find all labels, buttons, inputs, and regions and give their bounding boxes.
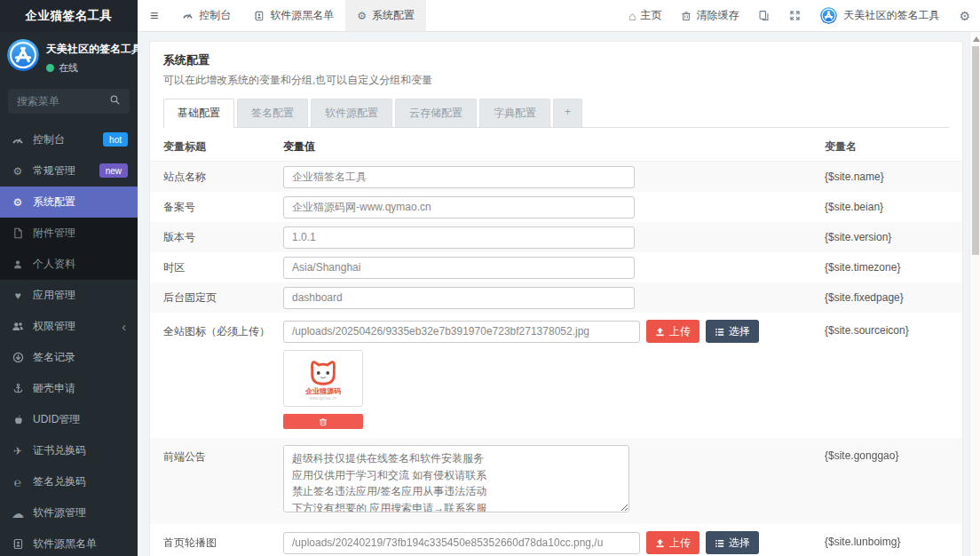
- sidebar-item-profile[interactable]: 个人资料: [0, 249, 138, 280]
- sidebar: 企业猫签名工具 天美社区的签名工具 在线 控制台 hot ⚙: [0, 0, 138, 556]
- delete-preview-button[interactable]: [283, 414, 363, 429]
- choose-button[interactable]: 选择: [706, 531, 759, 554]
- chevron-left-icon: ‹: [122, 321, 126, 333]
- sidebar-item-general[interactable]: ⚙ 常规管理 new: [0, 155, 138, 187]
- sidebar-item-source-blacklist[interactable]: 软件源黑名单: [0, 528, 138, 556]
- scroll-up-arrow[interactable]: [973, 36, 980, 42]
- vertical-scrollbar[interactable]: [969, 32, 980, 556]
- row-label: 前端公告: [150, 445, 283, 465]
- sidebar-item-label: UDID管理: [33, 412, 80, 427]
- tab-cloud-storage-config[interactable]: 云存储配置: [395, 99, 477, 127]
- row-varname: {$site.name}: [825, 171, 962, 183]
- trash-icon: [681, 11, 692, 21]
- gear-icon: ⚙: [357, 10, 367, 22]
- upload-button[interactable]: 上传: [646, 531, 699, 554]
- sidebar-item-label: 签名兑换码: [33, 474, 86, 489]
- user-menu[interactable]: 天美社区的签名工具: [810, 0, 949, 31]
- navbar-username: 天美社区的签名工具: [843, 8, 939, 23]
- sidebar-item-cert-codes[interactable]: ✈ 证书兑换码: [0, 435, 138, 466]
- tab-dict-config[interactable]: 字典配置: [479, 99, 550, 127]
- site-icon-preview[interactable]: 企业猫源码 www.qymao.cn: [283, 350, 363, 407]
- sidebar-item-sign-records[interactable]: 签名记录: [0, 342, 138, 373]
- upload-label: 上传: [669, 536, 691, 551]
- choose-label: 选择: [729, 536, 750, 551]
- sidebar-item-attachments[interactable]: 附件管理: [0, 218, 138, 249]
- arrow-circle-down-icon: [11, 352, 25, 363]
- cloud-icon: ☁: [11, 506, 25, 520]
- row-varname: {$site.lunboimg}: [825, 531, 962, 548]
- tab-basic-config[interactable]: 基础配置: [163, 99, 234, 128]
- navtab-source-blacklist[interactable]: 软件源黑名单: [242, 0, 345, 31]
- sidebar-item-label: 砸壳申请: [33, 381, 75, 396]
- version-input[interactable]: [283, 226, 635, 249]
- row-label: 全站图标（必须上传）: [150, 320, 283, 339]
- logo-text: 企业猫源码: [305, 388, 341, 396]
- navtab-label: 控制台: [199, 8, 231, 23]
- choose-button[interactable]: 选择: [706, 320, 759, 343]
- upload-icon: [655, 537, 665, 548]
- user-name: 天美社区的签名工具: [46, 42, 142, 57]
- table-row-carousel: 首页轮播图 上传 选择: [150, 524, 962, 556]
- sidebar-item-dump-request[interactable]: 砸壳申请: [0, 373, 138, 404]
- hot-badge: hot: [103, 132, 128, 147]
- sidebar-item-label: 控制台: [33, 132, 65, 147]
- beian-input[interactable]: [283, 196, 635, 218]
- apple-icon: [11, 414, 25, 425]
- dashboard-icon: [182, 10, 194, 21]
- fixedpage-input[interactable]: [283, 287, 635, 309]
- sidebar-item-apps[interactable]: ♥ 应用管理: [0, 280, 138, 311]
- sidebar-item-sign-codes[interactable]: ℮ 签名兑换码: [0, 466, 138, 497]
- e-sign-icon: ℮: [11, 475, 25, 489]
- table-row-site-icon: 全站图标（必须上传） 上传 选择: [150, 313, 962, 438]
- site-name-input[interactable]: [283, 166, 635, 188]
- sidebar-item-system-config[interactable]: ⚙ 系统配置: [0, 187, 138, 218]
- user-avatar: [820, 7, 837, 24]
- row-varname: {$site.sourceicon}: [825, 320, 962, 337]
- navtab-dashboard[interactable]: 控制台: [170, 0, 242, 31]
- gears-icon: ⚙: [11, 165, 25, 178]
- user-avatar[interactable]: [7, 39, 39, 71]
- settings-button[interactable]: ⚙: [949, 0, 980, 31]
- system-config-card: 系统配置 可以在此增改系统的变量和分组,也可以自定义分组和变量 基础配置 签名配…: [149, 41, 963, 556]
- site-icon-path-input[interactable]: [283, 321, 640, 343]
- announcement-textarea[interactable]: 超级科技仅提供在线签名和软件安装服务 应用仅供用于学习和交流 如有侵权请联系 禁…: [283, 445, 629, 512]
- card-header: 系统配置 可以在此增改系统的变量和分组,也可以自定义分组和变量 基础配置 签名配…: [150, 42, 962, 128]
- upload-button[interactable]: 上传: [646, 320, 699, 343]
- row-varname: {$site.gonggao}: [825, 445, 962, 462]
- list-icon: [715, 538, 724, 548]
- sidebar-item-label: 签名记录: [33, 350, 75, 365]
- clipboard-icon: [758, 10, 770, 21]
- sidebar-menu: 控制台 hot ⚙ 常规管理 new ⚙ 系统配置 附件管理 个人资料 ♥: [0, 124, 138, 556]
- scrollbar-thumb[interactable]: [972, 46, 979, 255]
- sidebar-item-udid[interactable]: UDID管理: [0, 404, 138, 435]
- sidebar-item-source-mgmt[interactable]: ☁ 软件源管理: [0, 497, 138, 528]
- sidebar-item-permissions[interactable]: 权限管理 ‹: [0, 311, 138, 342]
- home-label: 主页: [640, 8, 661, 23]
- online-dot-icon: [46, 64, 54, 72]
- tab-source-config[interactable]: 软件源配置: [311, 99, 392, 127]
- sidebar-item-dashboard[interactable]: 控制台 hot: [0, 124, 138, 155]
- clear-cache-button[interactable]: 清除缓存: [671, 0, 748, 31]
- add-tab-button[interactable]: +: [553, 99, 582, 127]
- fullscreen-button[interactable]: [779, 0, 810, 31]
- config-table: 变量标题 变量值 变量名 站点名称 {$site.name} 备案号 {$sit…: [150, 133, 962, 556]
- home-button[interactable]: ⌂ 主页: [619, 0, 671, 31]
- anchor-icon: [11, 383, 25, 394]
- logo-subtext: www.qymao.cn: [310, 396, 336, 401]
- row-label: 时区: [150, 260, 283, 275]
- user-icon: [11, 259, 25, 270]
- table-header-row: 变量标题 变量值 变量名: [150, 133, 962, 162]
- col-header-value: 变量值: [283, 139, 825, 155]
- timezone-input[interactable]: [283, 257, 635, 279]
- navtab-system-config[interactable]: ⚙ 系统配置: [345, 0, 426, 31]
- search-icon[interactable]: [110, 95, 122, 107]
- sidebar-item-label: 应用管理: [33, 288, 75, 303]
- copy-button[interactable]: [748, 0, 779, 31]
- carousel-path-input[interactable]: [283, 532, 640, 554]
- page-title: 系统配置: [163, 52, 949, 68]
- row-label: 后台固定页: [150, 290, 283, 306]
- dashboard-icon: [11, 134, 25, 147]
- user-info: 天美社区的签名工具 在线: [46, 39, 142, 75]
- hamburger-icon[interactable]: ≡: [138, 0, 170, 31]
- tab-sign-config[interactable]: 签名配置: [237, 99, 308, 127]
